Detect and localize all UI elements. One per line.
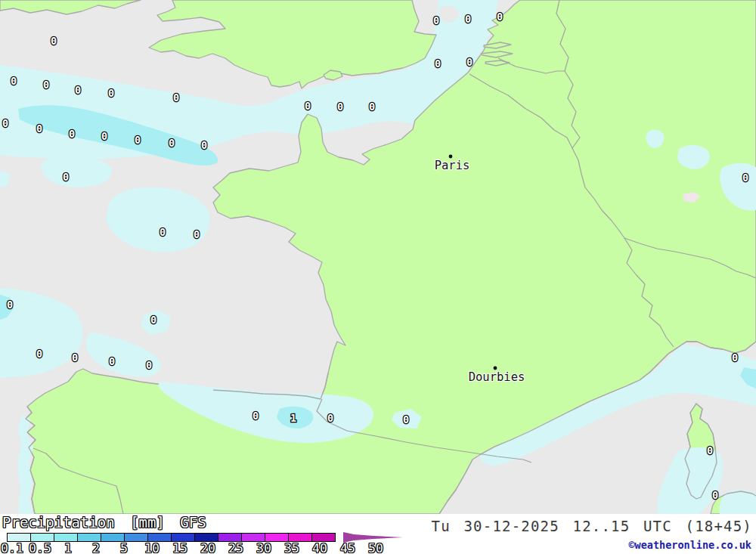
city-label-paris: Paris — [435, 159, 470, 172]
scale-tick-label: 10 — [144, 541, 160, 554]
scale-tick-label: 0.1 — [1, 541, 23, 554]
precip-value-marker: 0 — [305, 100, 311, 112]
precip-value-marker: 0 — [337, 101, 343, 113]
precip-value-marker: 0 — [742, 172, 748, 184]
precip-value-marker: 0 — [75, 84, 81, 96]
precip-value-marker: 0 — [146, 359, 152, 371]
legend-title: Precipitation [mm] GFS — [2, 515, 206, 531]
precip-value-marker: 0 — [63, 171, 69, 183]
precip-value-marker: 0 — [169, 137, 175, 149]
scale-tick-label: 1 — [64, 541, 72, 554]
scale-tick-label: 2 — [92, 541, 100, 554]
scale-tick-label: 40 — [312, 541, 327, 554]
precip-value-marker: 0 — [2, 117, 8, 129]
scale-tick-labels: 0.10.5125101520253035404550 — [0, 541, 423, 554]
precip-value-marker: 0 — [466, 56, 472, 68]
precip-value-marker: 0 — [135, 134, 141, 146]
precip-value-marker: 0 — [173, 91, 179, 104]
scale-tick-label: 0.5 — [29, 541, 51, 554]
city-label-dourbies: Dourbies — [469, 370, 525, 384]
precipitation-map: 00000000000000000000000000000001000000 P… — [0, 0, 756, 514]
weather-map-screenshot: 00000000000000000000000000000001000000 P… — [0, 0, 756, 554]
copyright-text: ©weatheronline.co.uk — [628, 539, 751, 551]
scale-tick-label: 35 — [284, 541, 299, 554]
scale-tick-label: 45 — [340, 541, 355, 554]
precip-value-marker: 0 — [69, 128, 75, 140]
legend-bar: Precipitation [mm] GFS 0.10.512510152025… — [0, 514, 756, 554]
precip-value-marker: 0 — [160, 226, 166, 238]
precip-value-marker: 0 — [101, 130, 107, 142]
scale-tick-label: 25 — [228, 541, 243, 554]
precip-value-marker: 0 — [201, 139, 207, 151]
scale-tick-label: 5 — [120, 541, 128, 554]
scale-tick-label: 30 — [256, 541, 271, 554]
precip-value-marker: 0 — [707, 444, 713, 457]
city-dot-dourbies — [494, 367, 497, 370]
precip-value-marker: 0 — [732, 351, 738, 364]
scale-tick-label: 15 — [172, 541, 187, 554]
forecast-timestamp: Tu 30-12-2025 12..15 UTC (18+45) — [432, 518, 752, 534]
precip-value-marker: 0 — [72, 351, 78, 364]
scale-tick-label: 50 — [368, 541, 383, 554]
precip-value-marker: 0 — [497, 11, 503, 23]
precip-value-marker: 1 — [290, 412, 296, 424]
precip-value-marker: 0 — [108, 87, 114, 99]
precip-value-marker: 0 — [150, 314, 156, 326]
precip-value-marker: 0 — [253, 410, 259, 422]
precip-value-marker: 0 — [369, 101, 375, 113]
precip-value-marker: 0 — [433, 14, 439, 26]
precip-value-marker: 0 — [43, 79, 49, 91]
precip-value-marker: 0 — [11, 75, 17, 87]
precip-value-marker: 0 — [51, 35, 57, 47]
precip-value-marker: 0 — [36, 122, 42, 135]
precip-value-marker: 0 — [36, 348, 42, 360]
scale-tick-label: 20 — [200, 541, 215, 554]
precip-value-marker: 0 — [712, 489, 718, 501]
precip-value-marker: 0 — [7, 299, 13, 311]
precip-value-marker: 0 — [465, 13, 471, 25]
precip-value-marker: 0 — [403, 413, 409, 426]
precip-value-marker: 0 — [435, 57, 441, 70]
precip-value-marker: 0 — [327, 412, 333, 424]
precip-value-marker: 0 — [194, 228, 200, 240]
city-dot-paris — [449, 155, 453, 159]
precip-value-marker: 0 — [109, 355, 115, 367]
